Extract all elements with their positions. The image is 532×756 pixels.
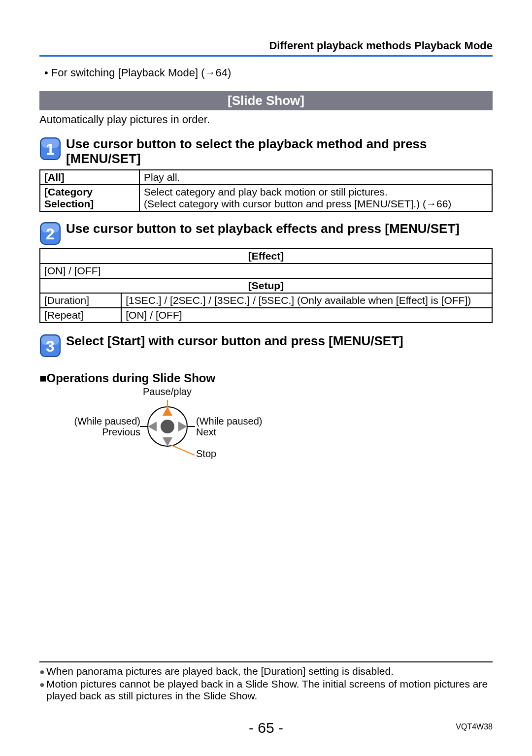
- table-row: [Effect]: [40, 249, 492, 263]
- section-title: [Slide Show]: [39, 91, 493, 110]
- intro-switch-note: • For switching [Playback Mode] (→64): [44, 66, 493, 79]
- doc-code: VQT4W38: [456, 723, 493, 731]
- table-row: [Category Selection] Select category and…: [40, 185, 492, 211]
- effect-header: [Effect]: [40, 249, 492, 263]
- svg-marker-11: [163, 407, 172, 416]
- step-badge-1: 1: [39, 136, 61, 161]
- section-desc: Automatically play pictures in order.: [39, 113, 493, 126]
- cell-value: Play all.: [139, 170, 492, 185]
- cell-value: [ON] / [OFF]: [121, 308, 492, 323]
- svg-text:1: 1: [46, 140, 55, 158]
- cell-label: [Repeat]: [40, 308, 121, 323]
- manual-page: Different playback methods Playback Mode…: [0, 0, 532, 756]
- cell-value: [1SEC.] / [2SEC.] / [3SEC.] / [5SEC.] (O…: [121, 293, 492, 308]
- label-next: Next: [196, 427, 216, 438]
- setup-header: [Setup]: [40, 278, 492, 293]
- svg-point-10: [161, 420, 174, 433]
- step-3-title: Select [Start] with cursor button and pr…: [66, 333, 403, 349]
- svg-line-15: [171, 445, 195, 455]
- notes-section: ● When panorama pictures are played back…: [39, 661, 493, 702]
- cell-label: [Duration]: [40, 293, 121, 308]
- svg-marker-12: [163, 437, 172, 446]
- effects-table: [Effect] [ON] / [OFF] [Setup] [Duration]…: [39, 248, 493, 323]
- table-row: [Duration] [1SEC.] / [2SEC.] / [3SEC.] /…: [40, 293, 492, 308]
- cell-value: Select category and play back motion or …: [139, 185, 492, 211]
- svg-text:3: 3: [46, 337, 55, 355]
- effect-value: [ON] / [OFF]: [40, 263, 492, 278]
- note-item: ● When panorama pictures are played back…: [39, 665, 493, 678]
- step-1-title: Use cursor button to select the playback…: [66, 136, 493, 166]
- step-2-title: Use cursor button to set playback effect…: [66, 221, 460, 236]
- dpad-diagram: Pause/play (While paused) Previous (Whil…: [59, 387, 315, 461]
- note-text: Motion pictures cannot be played back in…: [46, 678, 493, 702]
- label-previous: Previous: [69, 427, 140, 438]
- svg-marker-13: [148, 422, 157, 431]
- step-2: 2 Use cursor button to set playback effe…: [39, 221, 493, 245]
- step-badge-2: 2: [39, 221, 61, 245]
- cell-label: [Category Selection]: [40, 185, 139, 211]
- step-badge-3: 3: [39, 333, 61, 358]
- label-left-paused: (While paused): [69, 416, 140, 427]
- operations-heading: ■Operations during Slide Show: [39, 371, 493, 385]
- note-text: When panorama pictures are played back, …: [46, 665, 493, 678]
- table-row: [Setup]: [40, 278, 492, 293]
- note-item: ● Motion pictures cannot be played back …: [39, 678, 493, 702]
- svg-marker-14: [178, 422, 187, 431]
- step-3: 3 Select [Start] with cursor button and …: [39, 333, 493, 358]
- bullet-icon: ●: [39, 678, 46, 702]
- breadcrumb: Different playback methods Playback Mode: [39, 39, 493, 57]
- page-number: - 65 -: [0, 720, 532, 736]
- table-row: [Repeat] [ON] / [OFF]: [40, 308, 492, 323]
- label-stop: Stop: [196, 448, 216, 460]
- step-1: 1 Use cursor button to select the playba…: [39, 136, 493, 166]
- table-row: [ON] / [OFF]: [40, 263, 492, 278]
- svg-text:2: 2: [46, 225, 55, 243]
- label-right-paused: (While paused): [196, 416, 263, 427]
- cell-label: [All]: [40, 170, 139, 185]
- table-row: [All] Play all.: [40, 170, 492, 185]
- playback-method-table: [All] Play all. [Category Selection] Sel…: [39, 169, 493, 212]
- label-pause-play: Pause/play: [143, 386, 192, 397]
- bullet-icon: ●: [39, 665, 46, 678]
